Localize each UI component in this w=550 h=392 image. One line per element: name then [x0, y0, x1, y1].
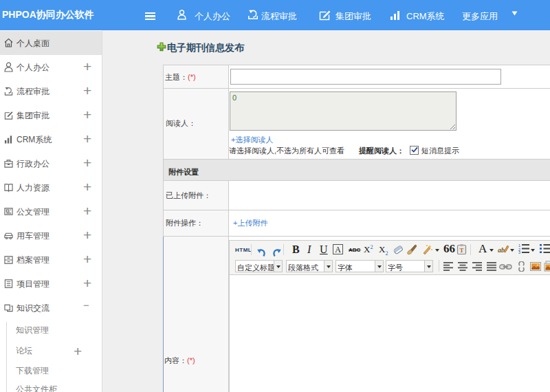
svg-text:3: 3: [518, 250, 520, 254]
svg-text:T: T: [459, 247, 463, 254]
svg-text:ab: ab: [498, 246, 505, 254]
